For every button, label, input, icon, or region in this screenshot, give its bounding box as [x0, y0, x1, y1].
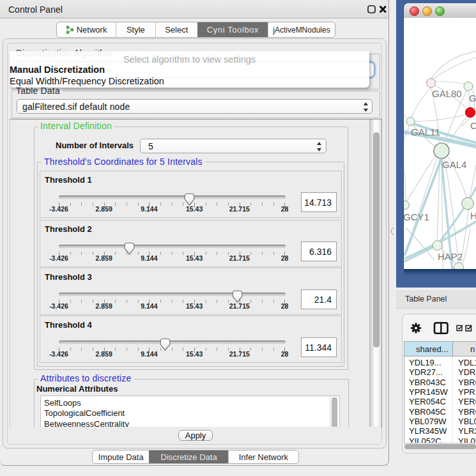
svg-text:HAP2: HAP2: [438, 251, 463, 262]
svg-text:H: H: [470, 210, 476, 221]
svg-text:G.: G.: [469, 93, 476, 104]
svg-text:GAL4: GAL4: [442, 159, 466, 170]
svg-text:GCY1: GCY1: [404, 211, 429, 222]
svg-text:GAL11: GAL11: [411, 127, 440, 137]
svg-text:GAL80: GAL80: [432, 88, 462, 99]
svg-text:C: C: [470, 120, 476, 131]
